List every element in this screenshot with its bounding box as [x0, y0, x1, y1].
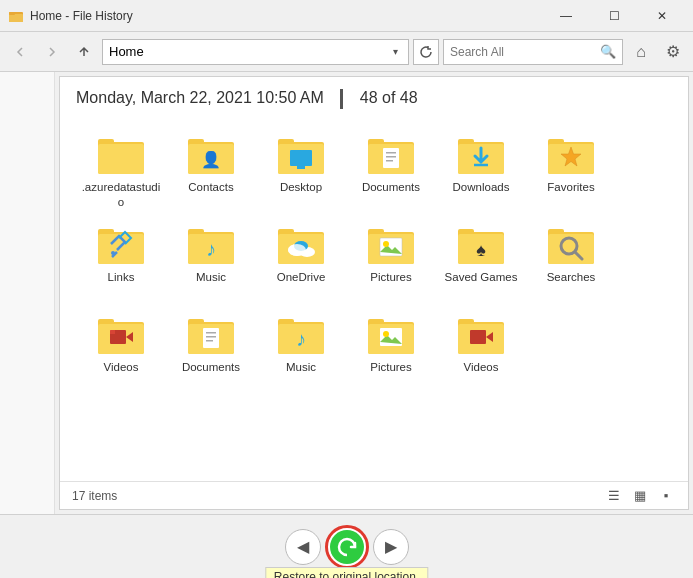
folder-icon — [187, 314, 235, 356]
folder-item[interactable]: Documents — [346, 125, 436, 215]
svg-text:👤: 👤 — [201, 150, 221, 169]
details-view-button[interactable]: ☰ — [604, 486, 624, 506]
folder-label: Documents — [182, 360, 240, 375]
forward-button[interactable] — [38, 38, 66, 66]
svg-point-50 — [383, 241, 389, 247]
svg-rect-1 — [9, 14, 23, 22]
close-button[interactable]: ✕ — [639, 0, 685, 32]
search-bar[interactable]: 🔍 — [443, 39, 623, 65]
search-icon[interactable]: 🔍 — [600, 44, 616, 59]
folder-item[interactable]: Favorites — [526, 125, 616, 215]
date-text: Monday, March 22, 2021 10:50 AM — [76, 89, 324, 106]
svg-text:♪: ♪ — [206, 238, 216, 260]
folder-icon: ♪ — [277, 314, 325, 356]
svg-rect-72 — [206, 340, 213, 342]
search-input[interactable] — [450, 45, 600, 59]
address-bar[interactable]: ▾ — [102, 39, 409, 65]
bottom-toolbar: ◀ Restore to original location. ▶ — [0, 514, 693, 578]
window-controls: — ☐ ✕ — [543, 0, 685, 32]
folder-label: Pictures — [370, 360, 412, 375]
address-input[interactable] — [109, 44, 389, 59]
svg-rect-70 — [206, 332, 216, 334]
folder-item[interactable]: Downloads — [436, 125, 526, 215]
folder-item[interactable]: Searches — [526, 215, 616, 305]
large-icon-view-button[interactable]: ▪ — [656, 486, 676, 506]
folder-icon — [367, 314, 415, 356]
app-icon — [8, 8, 24, 24]
folder-label: Searches — [547, 270, 596, 285]
window-title: Home - File History — [30, 9, 543, 23]
folder-item[interactable]: Pictures — [346, 305, 436, 395]
folder-icon — [97, 224, 145, 266]
folder-item[interactable]: ♪ Music — [166, 215, 256, 305]
folder-item[interactable]: OneDrive — [256, 215, 346, 305]
settings-button[interactable]: ⚙ — [659, 38, 687, 66]
folder-label: Music — [286, 360, 316, 375]
title-bar: Home - File History — ☐ ✕ — [0, 0, 693, 32]
svg-rect-19 — [386, 152, 396, 154]
svg-rect-20 — [386, 156, 396, 158]
content-panel: Monday, March 22, 2021 10:50 AM 48 of 48… — [59, 76, 689, 510]
folder-icon — [97, 134, 145, 176]
folder-item[interactable]: ♠ Saved Games — [436, 215, 526, 305]
folder-icon — [547, 134, 595, 176]
folder-item[interactable]: ♪ Music — [256, 305, 346, 395]
folder-item[interactable]: Videos — [76, 305, 166, 395]
restore-button-container: Restore to original location. — [325, 525, 369, 569]
refresh-button[interactable] — [413, 39, 439, 65]
folder-item[interactable]: Videos — [436, 305, 526, 395]
folder-icon — [367, 134, 415, 176]
folder-icon — [277, 224, 325, 266]
folder-item[interactable]: Links — [76, 215, 166, 305]
sidebar — [0, 72, 55, 514]
back-button[interactable] — [6, 38, 34, 66]
folder-label: Saved Games — [445, 270, 518, 285]
svg-rect-85 — [470, 330, 486, 344]
folder-icon: 👤 — [187, 134, 235, 176]
folder-label: Videos — [104, 360, 139, 375]
nav-bar: ▾ 🔍 ⌂ ⚙ — [0, 32, 693, 72]
folder-icon: ♪ — [187, 224, 235, 266]
main-area: Monday, March 22, 2021 10:50 AM 48 of 48… — [0, 72, 693, 514]
folder-icon — [277, 134, 325, 176]
folder-item[interactable]: 👤 Contacts — [166, 125, 256, 215]
icons-grid: .azuredatastudio 👤 Contacts — [60, 117, 688, 481]
svg-rect-2 — [9, 12, 15, 15]
list-view-button[interactable]: ▦ — [630, 486, 650, 506]
folder-label: OneDrive — [277, 270, 326, 285]
folder-icon: ♠ — [457, 224, 505, 266]
svg-rect-65 — [110, 330, 115, 334]
svg-rect-5 — [98, 144, 144, 174]
folder-item[interactable]: Documents — [166, 305, 256, 395]
folder-icon — [457, 314, 505, 356]
item-count: 17 items — [72, 489, 117, 503]
folder-item[interactable]: Pictures — [346, 215, 436, 305]
restore-tooltip: Restore to original location. — [265, 567, 428, 579]
folder-label: Contacts — [188, 180, 233, 195]
home-button[interactable]: ⌂ — [627, 38, 655, 66]
svg-rect-21 — [386, 160, 393, 162]
folder-item[interactable]: Desktop — [256, 125, 346, 215]
svg-point-81 — [383, 331, 389, 337]
first-page-button[interactable]: ◀ — [285, 529, 321, 565]
svg-rect-18 — [383, 148, 399, 168]
folder-label: Pictures — [370, 270, 412, 285]
folder-label: Videos — [464, 360, 499, 375]
maximize-button[interactable]: ☐ — [591, 0, 637, 32]
folder-label: .azuredatastudio — [81, 180, 161, 210]
svg-point-33 — [111, 251, 115, 255]
folder-label: Music — [196, 270, 226, 285]
restore-button[interactable] — [325, 525, 369, 569]
next-page-button[interactable]: ▶ — [373, 529, 409, 565]
up-button[interactable] — [70, 38, 98, 66]
folder-item[interactable]: .azuredatastudio — [76, 125, 166, 215]
divider — [340, 89, 343, 109]
folder-label: Favorites — [547, 180, 594, 195]
minimize-button[interactable]: — — [543, 0, 589, 32]
folder-label: Documents — [362, 180, 420, 195]
status-bar: 17 items ☰ ▦ ▪ — [60, 481, 688, 509]
folder-label: Links — [108, 270, 135, 285]
address-dropdown-icon[interactable]: ▾ — [389, 46, 402, 57]
folder-icon — [457, 134, 505, 176]
folder-label: Downloads — [453, 180, 510, 195]
